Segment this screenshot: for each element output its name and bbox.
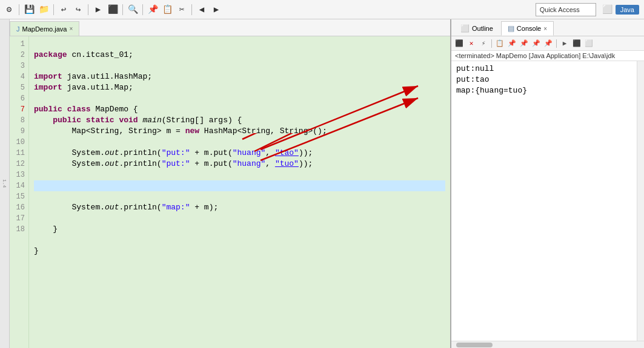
code-line-4: import java.util.Map; <box>34 83 133 92</box>
toolbar-icon-3[interactable]: 📁 <box>37 3 50 16</box>
console-btn-3[interactable]: ⚡ <box>478 38 489 49</box>
console-separator-2 <box>556 39 557 48</box>
line-num-9: 9 <box>10 126 25 137</box>
console-line-2: put:tao <box>456 74 632 85</box>
toolbar-icon-4[interactable]: ↩ <box>57 3 70 16</box>
java-file-icon: J <box>16 25 20 33</box>
line-num-10: 10 <box>10 137 25 148</box>
console-btn-5[interactable]: 📌 <box>506 38 517 49</box>
line-num-5: 5 <box>10 82 25 93</box>
code-line-8: Map<String, String> m = new HashMap<Stri… <box>34 126 327 136</box>
console-btn-11[interactable]: ⬜ <box>583 38 594 49</box>
toolbar-icon-perspective[interactable]: ⬜ <box>601 3 614 16</box>
code-line-15 <box>34 214 39 223</box>
code-line-14: System.out.println("map:" + m); <box>34 203 218 212</box>
editor-tab-mapdemo[interactable]: J MapDemo.java × <box>10 21 79 36</box>
code-area[interactable]: package cn.itcast_01; import java.util.H… <box>29 36 450 348</box>
code-line-12 <box>34 170 39 179</box>
line-num-13: 13 <box>10 169 25 180</box>
console-btn-2[interactable]: ✕ <box>466 38 477 49</box>
line-num-7: 7 <box>10 104 25 115</box>
console-btn-1[interactable]: ⬛ <box>454 38 465 49</box>
console-toolbar: ⬛ ✕ ⚡ 📋 📌 📌 📌 📌 ▶ ⬛ ⬜ <box>451 36 644 51</box>
line-num-1: 1 <box>10 39 25 50</box>
editor-content: 1 2 3 4 5 6 7 8 9 10 11 12 13 14 15 16 1… <box>10 36 450 348</box>
code-line-1: package cn.itcast_01; <box>34 50 133 59</box>
code-line-2 <box>34 61 39 70</box>
console-btn-6[interactable]: 📌 <box>519 38 529 49</box>
console-btn-4[interactable]: 📋 <box>494 38 505 49</box>
toolbar-icon-12[interactable]: ◀ <box>195 3 208 16</box>
line-num-8: 8 <box>10 115 25 126</box>
editor-tabs: J MapDemo.java × <box>10 19 450 36</box>
scrollbar-thumb <box>456 343 493 347</box>
toolbar-icon-7[interactable]: ⬛ <box>106 3 119 16</box>
code-line-6: public class MapDemo { <box>34 105 138 114</box>
toolbar-icon-13[interactable]: ▶ <box>210 3 223 16</box>
toolbar-icon-6[interactable]: ▶ <box>91 3 105 16</box>
line-num-16: 16 <box>10 202 25 213</box>
code-line-16: } <box>34 225 58 234</box>
console-tab-label: Console <box>517 25 541 32</box>
main-container: 1.4 J MapDemo.java × 1 2 3 4 5 6 7 8 9 1… <box>0 19 644 348</box>
console-output: put:null put:tao map:{huang=tuo} <box>451 61 637 341</box>
line-num-17: 17 <box>10 213 25 224</box>
console-btn-7[interactable]: 📌 <box>531 38 542 49</box>
java-perspective-badge[interactable]: Java <box>616 5 639 15</box>
tab-filename: MapDemo.java <box>22 25 67 33</box>
separator-1 <box>19 4 19 15</box>
outline-tab[interactable]: ⬜ Outline <box>454 21 500 36</box>
separator-5 <box>142 4 143 15</box>
outline-tab-label: Outline <box>472 25 493 32</box>
line-num-14: 14 <box>10 180 25 191</box>
console-status-text: <terminated> MapDemo [Java Application] … <box>455 52 615 59</box>
line-num-18: 18 <box>10 224 25 235</box>
toolbar-icon-11[interactable]: ✂ <box>175 3 188 16</box>
console-output-container: put:null put:tao map:{huang=tuo} <box>451 61 644 341</box>
console-tab[interactable]: ▤ Console × <box>501 21 554 36</box>
toolbar-icon-2[interactable]: 💾 <box>22 3 36 16</box>
toolbar-icon-8[interactable]: 🔍 <box>126 3 139 16</box>
console-line-3: map:{huang=tuo} <box>456 85 632 96</box>
right-panel-tabs: ⬜ Outline ▤ Console × <box>451 19 644 36</box>
line-num-2: 2 <box>10 50 25 61</box>
code-line-10: System.out.println("put:" + m.put("huang… <box>34 148 313 157</box>
line-num-15: 15 <box>10 191 25 202</box>
toolbar-icon-9[interactable]: 📌 <box>146 3 159 16</box>
right-panel: ⬜ Outline ▤ Console × ⬛ ✕ ⚡ 📋 📌 📌 📌 📌 ▶ … <box>450 19 644 348</box>
code-line-9 <box>34 137 39 146</box>
toolbar-icon-5[interactable]: ↪ <box>71 3 85 16</box>
code-line-18: } <box>34 246 39 255</box>
toolbar-icon-1[interactable]: ⚙ <box>2 3 16 16</box>
console-icon: ▤ <box>508 24 514 33</box>
separator-3 <box>88 4 88 15</box>
line-num-3: 3 <box>10 61 25 71</box>
quick-access-input[interactable]: Quick Access <box>536 3 596 16</box>
tab-close-button[interactable]: × <box>69 25 73 32</box>
line-num-4: 4 <box>10 71 25 82</box>
quick-access-label: Quick Access <box>540 6 580 13</box>
code-line-3: import java.util.HashMap; <box>34 72 152 81</box>
console-bottom-scrollbar[interactable] <box>451 341 644 348</box>
console-line-1: put:null <box>456 64 632 74</box>
separator-6 <box>191 4 192 15</box>
console-scrollbar[interactable] <box>637 61 644 341</box>
main-toolbar: ⚙ 💾 📁 ↩ ↪ ▶ ⬛ 🔍 📌 📋 ✂ ◀ ▶ Quick Access ⬜… <box>0 0 644 19</box>
console-btn-8[interactable]: 📌 <box>543 38 554 49</box>
console-separator <box>491 39 492 48</box>
toolbar-icon-10[interactable]: 📋 <box>161 3 174 16</box>
code-line-13 <box>34 180 445 191</box>
outline-icon: ⬜ <box>460 24 470 33</box>
separator-4 <box>122 4 123 15</box>
left-gutter: 1.4 <box>0 19 10 348</box>
editor-panel: J MapDemo.java × 1 2 3 4 5 6 7 8 9 10 11… <box>10 19 450 348</box>
console-tab-close[interactable]: × <box>543 25 547 32</box>
code-line-11: System.out.println("put:" + m.put("huang… <box>34 159 313 168</box>
console-btn-9[interactable]: ▶ <box>559 38 570 49</box>
console-btn-10[interactable]: ⬛ <box>571 38 582 49</box>
line-num-11: 11 <box>10 148 25 159</box>
console-status: <terminated> MapDemo [Java Application] … <box>451 51 644 61</box>
code-line-17 <box>34 235 39 245</box>
line-num-12: 12 <box>10 159 25 169</box>
line-num-6: 6 <box>10 93 25 104</box>
